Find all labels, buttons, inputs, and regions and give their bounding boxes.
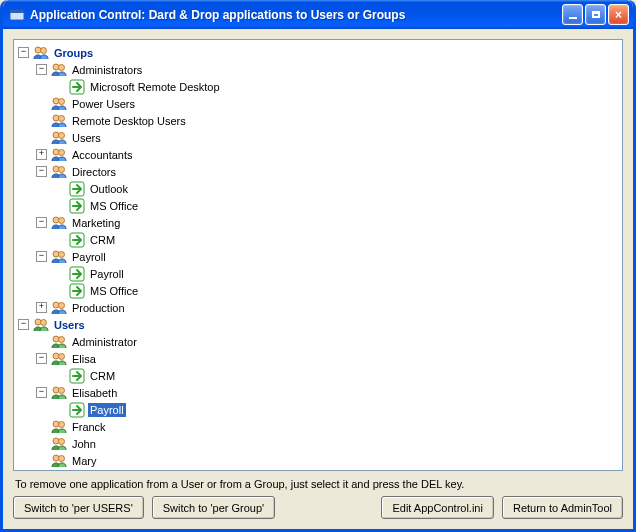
expand-toggle [54,234,65,245]
expand-toggle[interactable]: − [36,251,47,262]
window-title: Application Control: Dard & Drop applica… [30,8,562,22]
expand-toggle[interactable]: + [36,302,47,313]
tree-user-item[interactable]: Mary [36,452,620,469]
tree-item-label: Franck [70,420,108,434]
tree-root-groups[interactable]: −Groups [18,44,620,61]
expand-toggle [54,81,65,92]
expand-toggle[interactable]: + [36,149,47,160]
app-arrow-icon [69,181,85,197]
tree-group-item[interactable]: Power Users [36,95,620,112]
expand-toggle[interactable]: − [36,353,47,364]
svg-point-5 [59,64,65,70]
user-icon [51,470,67,471]
spacer [283,496,373,519]
maximize-button[interactable] [585,4,606,25]
svg-point-3 [41,47,47,53]
application-window: Application Control: Dard & Drop applica… [0,0,636,532]
svg-point-16 [59,166,65,172]
return-to-admintool-button[interactable]: Return to AdminTool [502,496,623,519]
tree-user-item[interactable]: −Elisabeth [36,384,620,401]
minimize-button[interactable] [562,4,583,25]
user-icon [51,436,67,452]
tree-group-item[interactable]: −Directors [36,163,620,180]
tree-item-label: Marketing [70,216,122,230]
expand-toggle [54,370,65,381]
tree-user-item[interactable]: −Elisa [36,350,620,367]
window-buttons: × [562,4,629,25]
svg-point-8 [59,98,65,104]
tree-app-item[interactable]: Payroll [54,265,620,282]
app-arrow-icon [69,79,85,95]
group-icon [51,300,67,316]
tree-item-label: Elisabeth [70,386,119,400]
expand-toggle[interactable]: − [36,166,47,177]
tree-item-label: Administrators [70,63,144,77]
expand-toggle [54,404,65,415]
edit-appcontrol-ini-button[interactable]: Edit AppControl.ini [381,496,494,519]
svg-point-36 [59,387,65,393]
expand-toggle[interactable]: − [36,64,47,75]
tree-scroll[interactable]: −Groups−AdministratorsMicrosoft Remote D… [14,40,622,470]
tree-root: −Groups−AdministratorsMicrosoft Remote D… [18,44,620,470]
tree-group-item[interactable]: Remote Desktop Users [36,112,620,129]
group-icon [51,164,67,180]
tree-app-item[interactable]: MS Office [54,282,620,299]
expand-toggle [54,183,65,194]
user-icon [51,453,67,469]
tree-user-item[interactable]: John [36,435,620,452]
app-arrow-icon [69,232,85,248]
svg-point-41 [59,438,65,444]
switch-per-users-button[interactable]: Switch to 'per USERS' [13,496,144,519]
tree-item-label: Directors [70,165,118,179]
group-icon [51,147,67,163]
tree-item-label: Users [52,318,87,332]
tree-app-item[interactable]: MS Office [54,197,620,214]
expand-toggle[interactable]: − [18,47,29,58]
tree-user-item[interactable]: Franck [36,418,620,435]
titlebar[interactable]: Application Control: Dard & Drop applica… [3,0,633,29]
tree-app-item[interactable]: Microsoft Remote Desktop [54,78,620,95]
group-icon [51,215,67,231]
tree-item-label: Production [70,301,127,315]
tree-item-label: Administrator [70,335,139,349]
tree-group-item[interactable]: Users [36,129,620,146]
svg-point-12 [59,132,65,138]
tree-panel: −Groups−AdministratorsMicrosoft Remote D… [13,39,623,471]
expand-toggle[interactable]: − [36,217,47,228]
tree-user-item[interactable]: Administrator [36,333,620,350]
tree-group-item[interactable]: +Production [36,299,620,316]
tree-group-item[interactable]: +Accountants [36,146,620,163]
expand-toggle [36,98,47,109]
tree-item-label: Power Users [70,97,137,111]
tree-root-users[interactable]: −Users [18,316,620,333]
tree-user-item[interactable]: Oliver [36,469,620,470]
button-bar: Switch to 'per USERS' Switch to 'per Gro… [3,496,633,529]
tree-item-label: Microsoft Remote Desktop [88,80,222,94]
hint-text: To remove one application from a User or… [3,475,633,496]
group-icon [51,249,67,265]
svg-point-39 [59,421,65,427]
tree-group-item[interactable]: −Marketing [36,214,620,231]
expand-toggle [36,455,47,466]
svg-point-43 [59,455,65,461]
svg-point-23 [59,251,65,257]
svg-point-31 [59,336,65,342]
tree-app-item[interactable]: CRM [54,367,620,384]
svg-point-27 [59,302,65,308]
svg-rect-1 [10,10,24,13]
group-icon [51,130,67,146]
tree-item-label: Outlook [88,182,130,196]
expand-toggle[interactable]: − [18,319,29,330]
tree-app-item[interactable]: Payroll [54,401,620,418]
switch-per-group-button[interactable]: Switch to 'per Group' [152,496,275,519]
svg-point-33 [59,353,65,359]
tree-group-item[interactable]: −Payroll [36,248,620,265]
tree-app-item[interactable]: CRM [54,231,620,248]
close-button[interactable]: × [608,4,629,25]
tree-group-item[interactable]: −Administrators [36,61,620,78]
users-icon [33,317,49,333]
expand-toggle [36,336,47,347]
expand-toggle[interactable]: − [36,387,47,398]
app-arrow-icon [69,198,85,214]
tree-app-item[interactable]: Outlook [54,180,620,197]
